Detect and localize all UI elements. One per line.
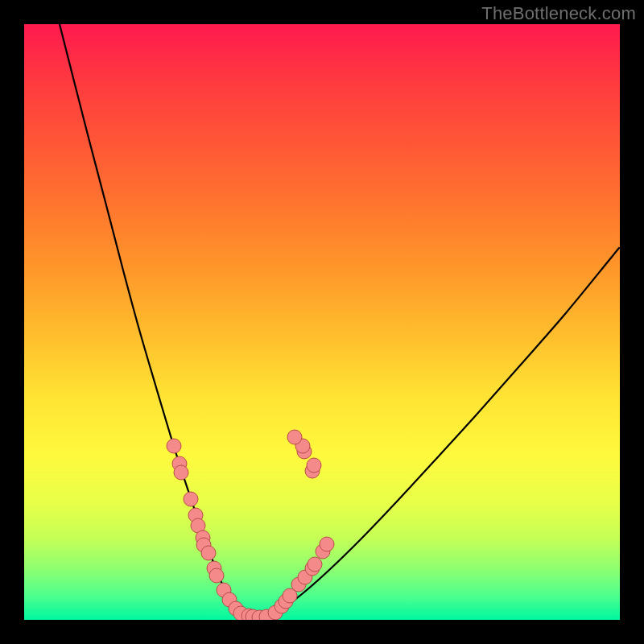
data-dot — [201, 546, 216, 560]
data-dot — [167, 439, 181, 453]
chart-frame: TheBottleneck.com — [0, 0, 644, 644]
data-dot — [307, 458, 321, 473]
chart-svg — [24, 24, 620, 620]
watermark-text: TheBottleneck.com — [481, 3, 636, 24]
data-dot — [174, 465, 188, 480]
bottleneck-curve — [60, 24, 619, 618]
plot-area — [24, 24, 620, 620]
data-dot — [287, 430, 302, 444]
data-dot — [320, 537, 334, 551]
data-dot — [184, 492, 198, 506]
dots-layer — [167, 430, 334, 620]
data-dot — [308, 557, 322, 572]
data-dot — [209, 568, 224, 583]
